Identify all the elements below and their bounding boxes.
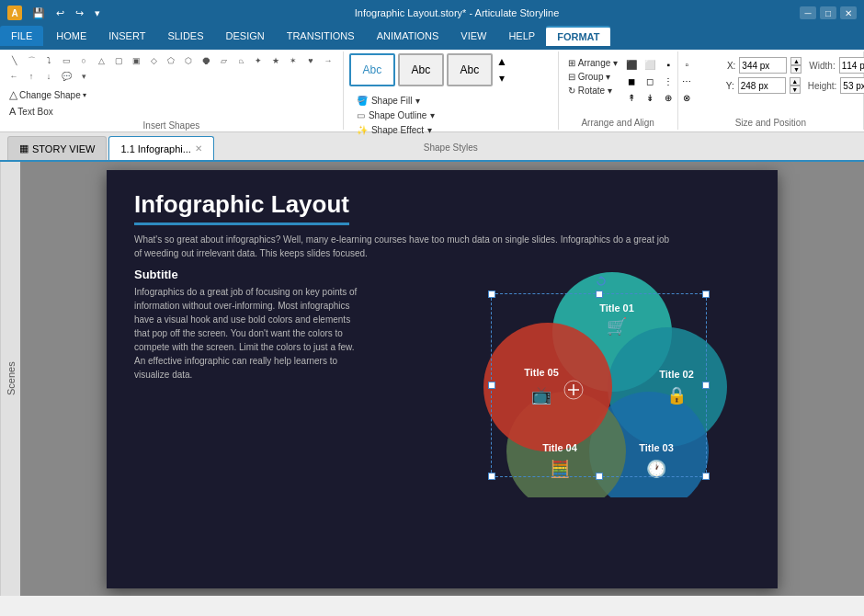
minimize-button[interactable]: ─ xyxy=(800,6,816,19)
story-view-tab[interactable]: ▦ STORY VIEW xyxy=(7,136,107,160)
window-title: Infographic Layout.story* - Articulate S… xyxy=(114,7,800,18)
scenes-sidebar[interactable]: Scenes xyxy=(0,162,20,596)
infographic-tab[interactable]: 1.1 Infographi... ✕ xyxy=(108,136,213,160)
x-input[interactable] xyxy=(739,57,787,74)
redo-button[interactable]: ↪ xyxy=(73,6,86,20)
align-right-btn[interactable]: ▪ xyxy=(660,57,676,72)
shape-star6[interactable]: ✶ xyxy=(285,53,301,68)
align-center-btn[interactable]: ⬜ xyxy=(642,57,658,72)
shape-styles-scroll-up[interactable]: ▲ xyxy=(495,54,508,69)
x-spin-down[interactable]: ▼ xyxy=(790,65,801,74)
ribbon-tabs: FILE HOME INSERT SLIDES DESIGN TRANSITIO… xyxy=(0,26,864,50)
shape-fill-icon: 🪣 xyxy=(357,96,368,106)
tab-view[interactable]: VIEW xyxy=(449,26,497,46)
shape-pentagon[interactable]: ⬠ xyxy=(163,53,179,68)
y-spinners: ▲ ▼ xyxy=(790,77,801,94)
rotate-caret: ▾ xyxy=(608,86,612,96)
align-bottom-btn[interactable]: ◻ xyxy=(642,74,658,88)
tab-help[interactable]: HELP xyxy=(497,26,546,46)
maximize-button[interactable]: □ xyxy=(820,6,836,19)
shape-arc[interactable]: ⌒ xyxy=(23,53,40,68)
dist-horiz-btn[interactable]: ⋮ xyxy=(660,74,676,88)
label-title01: Title 01 xyxy=(599,302,634,314)
size-position-group: X: ▲ ▼ Width: ▲ ▼ Y: xyxy=(678,51,864,130)
x-spin-up[interactable]: ▲ xyxy=(790,57,801,65)
tab-insert[interactable]: INSERT xyxy=(97,26,156,46)
shape-arrow-d[interactable]: ↓ xyxy=(40,69,57,84)
insert-shapes-label: Insert Shapes xyxy=(143,119,200,131)
shape-styles-scroll-down[interactable]: ▾ xyxy=(495,71,508,86)
slide-title: Infographic Layout xyxy=(134,190,349,225)
icon-title03: 🕐 xyxy=(646,459,667,479)
group-caret: ▾ xyxy=(606,72,610,82)
shape-circle[interactable]: ○ xyxy=(75,53,92,68)
change-shape-button[interactable]: △ Change Shape ▾ xyxy=(6,86,90,103)
text-box-button[interactable]: A Text Box xyxy=(6,104,57,119)
align-left-btn[interactable]: ⬛ xyxy=(623,57,640,72)
width-label: Width: xyxy=(809,61,835,71)
shape-rrect[interactable]: ▣ xyxy=(128,53,144,68)
rotate-button[interactable]: ↻ Rotate ▾ xyxy=(564,85,622,97)
shape-diamond[interactable]: ◇ xyxy=(145,53,162,68)
icon-title04: 🧮 xyxy=(550,459,571,479)
shape-outline-button[interactable]: ▭ Shape Outline ▾ xyxy=(353,108,438,122)
x-spinners: ▲ ▼ xyxy=(790,57,801,74)
venn-diagram: Title 01 🛒 Title 02 🔒 Title 03 🕐 Title 0… xyxy=(456,258,750,497)
shape-effect-caret: ▾ xyxy=(427,125,432,135)
shape-heart[interactable]: ♥ xyxy=(302,53,319,68)
x-coord-row: X: ▲ ▼ Width: ▲ ▼ xyxy=(685,57,864,74)
slide-body-text: Infographics do a great job of focusing … xyxy=(134,285,364,382)
group-button[interactable]: ⊟ Group ▾ xyxy=(564,71,622,83)
y-spin-up[interactable]: ▲ xyxy=(790,77,801,86)
width-input[interactable] xyxy=(839,57,864,74)
tab-file[interactable]: FILE xyxy=(0,26,43,46)
shape-octagon[interactable]: ⯃ xyxy=(198,53,214,68)
shape-arrow-r[interactable]: → xyxy=(320,53,336,68)
undo-button[interactable]: ↩ xyxy=(53,6,67,20)
slide: Infographic Layout What's so great about… xyxy=(107,170,778,588)
tab-home[interactable]: HOME xyxy=(45,26,97,46)
tab-design[interactable]: DESIGN xyxy=(215,26,276,46)
arrange-button[interactable]: ⊞ Arrange ▾ xyxy=(564,57,622,69)
shape-fill-button[interactable]: 🪣 Shape Fill ▾ xyxy=(353,94,438,108)
ribbon-content: ╲ ⌒ ⤵ ▭ ○ △ ▢ ▣ ◇ ⬠ ⬡ ⯃ ▱ ⏢ ✦ xyxy=(0,50,864,132)
shape-trapezoid[interactable]: ⏢ xyxy=(233,53,249,68)
tab-close-icon[interactable]: ✕ xyxy=(195,143,202,154)
shape-effect-button[interactable]: ✨ Shape Effect ▾ xyxy=(353,123,438,137)
align-middle-btn[interactable]: ◼ xyxy=(623,74,640,88)
tab-slides[interactable]: SLIDES xyxy=(156,26,214,46)
send-back-btn[interactable]: ↡ xyxy=(642,90,658,105)
shape-rect[interactable]: ▭ xyxy=(58,53,74,68)
shape-callout[interactable]: 💬 xyxy=(58,69,74,84)
shape-triangle[interactable]: △ xyxy=(93,53,109,68)
shape-rect2[interactable]: ▢ xyxy=(110,53,127,68)
shape-arrow-u[interactable]: ↑ xyxy=(23,69,40,84)
tab-animations[interactable]: ANIMATIONS xyxy=(366,26,450,46)
shape-connector[interactable]: ⤵ xyxy=(40,53,57,68)
shape-parallelogram[interactable]: ▱ xyxy=(215,53,232,68)
shape-arrow-l[interactable]: ← xyxy=(6,69,22,84)
shape-style-1[interactable]: Abc xyxy=(349,53,395,86)
shape-more[interactable]: ▾ xyxy=(75,69,92,84)
shape-star5[interactable]: ★ xyxy=(267,53,284,68)
shape-fill-caret: ▾ xyxy=(415,96,420,106)
tab-format[interactable]: FORMAT xyxy=(546,26,610,46)
y-spin-down[interactable]: ▼ xyxy=(790,86,801,94)
bring-front-btn[interactable]: ↟ xyxy=(623,90,640,105)
quick-access-dropdown[interactable]: ▾ xyxy=(92,6,103,20)
shape-style-3[interactable]: Abc xyxy=(447,53,493,86)
height-input[interactable] xyxy=(840,77,864,94)
save-button[interactable]: 💾 xyxy=(29,6,48,20)
shape-style-2[interactable]: Abc xyxy=(398,53,444,86)
align-extra1-btn[interactable]: ⊕ xyxy=(660,90,676,105)
shape-effect-icon: ✨ xyxy=(357,125,368,135)
x-label: X: xyxy=(685,61,735,71)
app-icon: A xyxy=(7,6,22,20)
close-button[interactable]: ✕ xyxy=(840,6,857,19)
shape-hexagon[interactable]: ⬡ xyxy=(180,53,197,68)
tab-transitions[interactable]: TRANSITIONS xyxy=(276,26,366,46)
shape-styles-group: Abc Abc Abc ▲ ▾ 🪣 Shape Fill ▾ xyxy=(344,51,559,130)
shape-line[interactable]: ╲ xyxy=(6,53,22,68)
y-input[interactable] xyxy=(738,77,786,94)
shape-star4[interactable]: ✦ xyxy=(250,53,267,68)
